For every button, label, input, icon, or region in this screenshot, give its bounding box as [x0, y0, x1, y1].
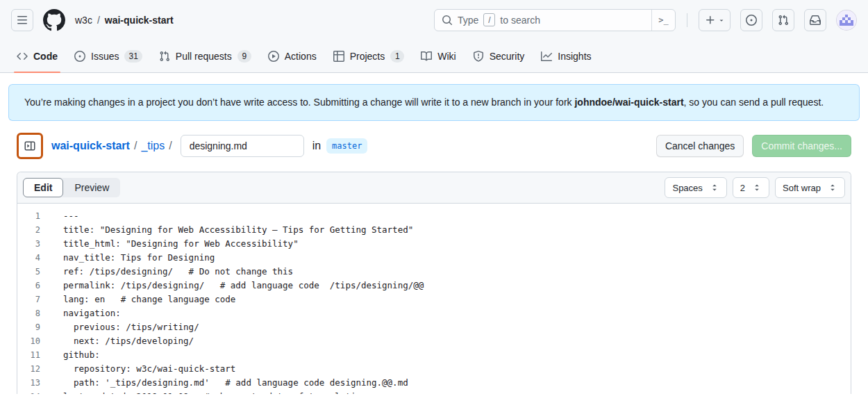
create-new-button[interactable]	[699, 9, 731, 31]
file-editor: Edit Preview Spaces 2 Soft wrap	[17, 172, 851, 394]
code-lines[interactable]: 1---2title: "Designing for Web Accessibi…	[17, 204, 851, 394]
projects-icon	[333, 51, 344, 62]
code-line[interactable]: permalink: /tips/designing/ # add langua…	[63, 279, 424, 293]
inbox-button[interactable]	[804, 9, 826, 31]
avatar[interactable]	[836, 10, 857, 31]
in-label: in	[312, 140, 321, 152]
tab-count-badge: 1	[390, 50, 404, 63]
code-line[interactable]: path: '_tips/designing.md' # add languag…	[63, 376, 408, 390]
file-breadcrumb: wai-quick-start / _tips /	[51, 140, 172, 152]
line-number: 8	[17, 306, 40, 320]
tab-actions[interactable]: Actions	[262, 40, 322, 72]
code-row: 9 previous: /tips/writing/	[17, 320, 851, 334]
code-row: 11github:	[17, 348, 851, 362]
code-row: 12 repository: w3c/wai-quick-start	[17, 362, 851, 376]
chevron-up-down-icon	[710, 183, 719, 192]
line-number: 10	[17, 334, 40, 348]
line-number: 11	[17, 348, 40, 362]
search-placeholder-post: to search	[500, 15, 540, 26]
fork-notice-banner: You’re making changes in a project you d…	[8, 84, 860, 121]
banner-text-before: You’re making changes in a project you d…	[24, 97, 574, 108]
book-icon	[421, 51, 432, 62]
line-number: 1	[17, 209, 40, 223]
indent-mode-select[interactable]: Spaces	[665, 177, 726, 198]
code-row: 5ref: /tips/designing/ # Do not change t…	[17, 265, 851, 279]
expand-file-tree-button[interactable]	[17, 133, 43, 159]
code-line[interactable]: next: /tips/developing/	[63, 334, 194, 348]
code-line[interactable]: repository: w3c/wai-quick-start	[63, 362, 235, 376]
line-number: 13	[17, 376, 40, 390]
tab-label: Pull requests	[176, 51, 232, 62]
line-number: 6	[17, 279, 40, 293]
code-line[interactable]: previous: /tips/writing/	[63, 320, 199, 334]
tab-projects[interactable]: Projects 1	[328, 40, 410, 72]
tab-label: Issues	[91, 51, 119, 62]
code-line[interactable]: nav_title: Tips for Designing	[63, 251, 215, 265]
tab-label: Insights	[558, 51, 591, 62]
git-pull-request-icon	[778, 15, 789, 26]
code-row: 1---	[17, 209, 851, 223]
line-number: 2	[17, 223, 40, 237]
tab-edit[interactable]: Edit	[23, 178, 63, 197]
graph-icon	[541, 51, 552, 62]
issues-header-button[interactable]	[740, 9, 762, 31]
code-line[interactable]: title: "Designing for Web Accessibility …	[63, 223, 413, 237]
tab-insights[interactable]: Insights	[535, 40, 596, 72]
tab-issues[interactable]: Issues 31	[69, 40, 148, 72]
slash-key-icon: /	[483, 13, 495, 26]
pull-requests-header-button[interactable]	[772, 9, 794, 31]
tab-preview[interactable]: Preview	[63, 178, 120, 197]
line-number: 4	[17, 251, 40, 265]
chevron-up-down-icon	[752, 183, 762, 192]
indent-size-select[interactable]: 2	[733, 177, 769, 198]
wrap-mode-select[interactable]: Soft wrap	[775, 177, 845, 198]
breadcrumb-repo-link[interactable]: wai-quick-start	[105, 15, 174, 26]
line-number: 5	[17, 265, 40, 279]
code-row: 3title_html: "Designing for Web Accessib…	[17, 237, 851, 251]
code-row: 14last_updated: 2019-01-09 # change to d…	[17, 390, 851, 394]
command-palette-icon[interactable]: >_	[651, 10, 675, 31]
tab-wiki[interactable]: Wiki	[415, 40, 461, 72]
tab-count-badge: 9	[237, 50, 251, 63]
indent-mode-value: Spaces	[672, 183, 702, 193]
breadcrumb-separator: /	[134, 140, 137, 152]
code-line[interactable]: github:	[63, 348, 100, 362]
code-line[interactable]: ref: /tips/designing/ # Do not change th…	[63, 265, 293, 279]
inbox-icon	[810, 15, 821, 26]
commit-changes-button[interactable]: Commit changes...	[752, 135, 851, 157]
breadcrumb-folder-link[interactable]: _tips	[141, 140, 165, 152]
global-search[interactable]: Type / to search >_	[434, 9, 676, 31]
tab-security[interactable]: Security	[467, 40, 531, 72]
line-number: 3	[17, 237, 40, 251]
filename-input[interactable]	[181, 135, 304, 157]
three-bars-icon	[17, 15, 28, 26]
file-header-row: wai-quick-start / _tips / in master Canc…	[17, 133, 851, 159]
hamburger-menu-button[interactable]	[11, 9, 33, 31]
tab-label: Code	[33, 51, 58, 62]
play-icon	[268, 51, 279, 62]
code-line[interactable]: last_updated: 2019-01-09 # change to dat…	[63, 390, 367, 394]
code-row: 10 next: /tips/developing/	[17, 334, 851, 348]
app-header: w3c / wai-quick-start Type / to search >…	[0, 0, 868, 40]
branch-badge[interactable]: master	[326, 138, 367, 154]
breadcrumb-separator: /	[169, 140, 172, 152]
github-logo-icon[interactable]	[43, 9, 65, 31]
code-line[interactable]: title_html: "Designing for Web Accessibi…	[63, 237, 299, 251]
code-line[interactable]: lang: en # change language code	[63, 293, 235, 306]
search-placeholder-pre: Type	[458, 15, 478, 26]
issue-opened-icon	[746, 15, 757, 26]
tab-pull-requests[interactable]: Pull requests 9	[153, 40, 257, 72]
editor-settings: Spaces 2 Soft wrap	[665, 177, 845, 198]
sidebar-expand-icon	[24, 140, 35, 151]
code-line[interactable]: ---	[63, 209, 79, 223]
line-number: 9	[17, 320, 40, 334]
cancel-changes-button[interactable]: Cancel changes	[656, 135, 744, 157]
code-line[interactable]: navigation:	[63, 306, 121, 320]
breadcrumb-repo-link[interactable]: wai-quick-start	[51, 140, 130, 152]
line-number: 14	[17, 390, 40, 394]
breadcrumb-separator: /	[97, 15, 100, 26]
breadcrumb-org-link[interactable]: w3c	[75, 15, 92, 26]
tab-code[interactable]: Code	[11, 40, 63, 72]
repo-tab-nav: Code Issues 31 Pull requests 9 Actions P…	[0, 40, 868, 73]
code-row: 13 path: '_tips/designing.md' # add lang…	[17, 376, 851, 390]
